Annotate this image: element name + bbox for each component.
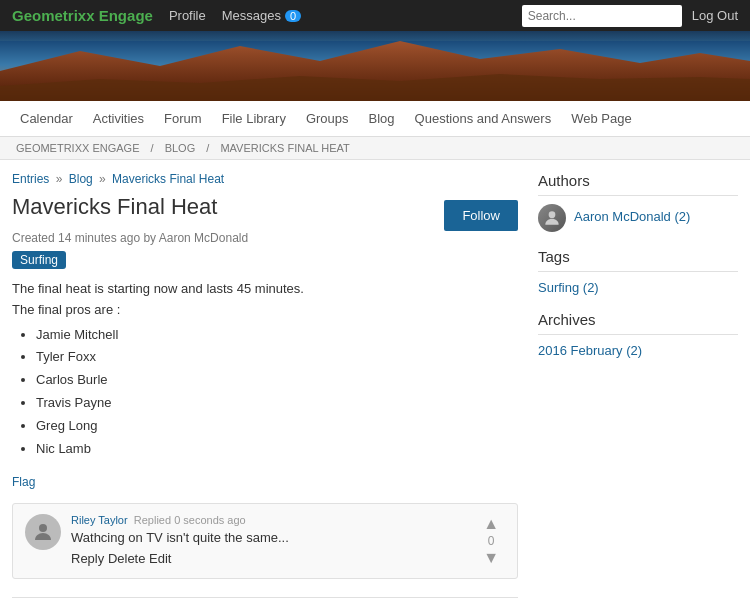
nav-blog[interactable]: Blog bbox=[359, 101, 405, 137]
sidebar: Authors Aaron McDonald (2) Tags Surfing … bbox=[538, 172, 738, 615]
logout-button[interactable]: Log Out bbox=[692, 8, 738, 23]
archives-section: Archives 2016 February (2) bbox=[538, 311, 738, 358]
list-item: Greg Long bbox=[36, 416, 518, 437]
flag-link[interactable]: Flag bbox=[12, 475, 35, 489]
top-nav: Geometrixx Engage Profile Messages 0 Log… bbox=[0, 0, 750, 31]
comment-meta: Riley Taylor Replied 0 seconds ago bbox=[71, 514, 467, 526]
archives-title: Archives bbox=[538, 311, 738, 335]
commenter-name[interactable]: Riley Taylor bbox=[71, 514, 128, 526]
comment-avatar bbox=[25, 514, 61, 550]
list-item: Jamie Mitchell bbox=[36, 325, 518, 346]
vote-count: 0 bbox=[488, 534, 495, 548]
follow-button[interactable]: Follow bbox=[444, 200, 518, 231]
bc-sep1: / bbox=[151, 142, 157, 154]
comment-body: Riley Taylor Replied 0 seconds ago Wathc… bbox=[71, 514, 467, 568]
brand-logo: Geometrixx Engage bbox=[12, 7, 153, 24]
list-item: Nic Lamb bbox=[36, 439, 518, 460]
article-body: The final heat is starting now and lasts… bbox=[12, 279, 518, 459]
breadcrumb-bar: GEOMETRIXX ENGAGE / BLOG / MAVERICKS FIN… bbox=[0, 137, 750, 160]
surfing-tag[interactable]: Surfing bbox=[12, 251, 66, 269]
downvote-button[interactable]: ▼ bbox=[483, 550, 499, 566]
profile-link[interactable]: Profile bbox=[169, 8, 206, 23]
authors-section: Authors Aaron McDonald (2) bbox=[538, 172, 738, 232]
nav-calendar[interactable]: Calendar bbox=[10, 101, 83, 137]
archive-link[interactable]: 2016 February (2) bbox=[538, 343, 738, 358]
list-item: Tyler Foxx bbox=[36, 347, 518, 368]
author-avatar bbox=[538, 204, 566, 232]
comment-time: Replied 0 seconds ago bbox=[134, 514, 246, 526]
comment-item: Riley Taylor Replied 0 seconds ago Wathc… bbox=[12, 503, 518, 579]
nav-groups[interactable]: Groups bbox=[296, 101, 359, 137]
bc-trail-article[interactable]: Mavericks Final Heat bbox=[112, 172, 224, 186]
messages-badge: 0 bbox=[285, 10, 301, 22]
article-content: Entries » Blog » Mavericks Final Heat Ma… bbox=[12, 172, 518, 615]
pros-list: Jamie Mitchell Tyler Foxx Carlos Burle T… bbox=[36, 325, 518, 460]
list-item: Travis Payne bbox=[36, 393, 518, 414]
edit-action[interactable]: Edit bbox=[149, 551, 171, 566]
reply-action[interactable]: Reply bbox=[71, 551, 104, 566]
tag-link[interactable]: Surfing (2) bbox=[538, 280, 738, 295]
comment-text: Wathcing on TV isn't quite the same... bbox=[71, 530, 467, 545]
nav-webpage[interactable]: Web Page bbox=[561, 101, 641, 137]
article-meta: Created 14 minutes ago by Aaron McDonald bbox=[12, 231, 518, 245]
upvote-button[interactable]: ▲ bbox=[483, 516, 499, 532]
messages-nav[interactable]: Messages 0 bbox=[222, 8, 301, 23]
comment-actions: Reply Delete Edit bbox=[71, 551, 467, 566]
bc-trail-entries[interactable]: Entries bbox=[12, 172, 49, 186]
list-item: Carlos Burle bbox=[36, 370, 518, 391]
bc-trail-blog[interactable]: Blog bbox=[69, 172, 93, 186]
body-line2: The final pros are : bbox=[12, 300, 518, 321]
author-row: Aaron McDonald (2) bbox=[538, 204, 738, 232]
hero-image bbox=[0, 31, 750, 101]
nav-forum[interactable]: Forum bbox=[154, 101, 212, 137]
author-link[interactable]: Aaron McDonald (2) bbox=[574, 209, 690, 224]
bc-home: GEOMETRIXX ENGAGE bbox=[16, 142, 139, 154]
tags-title: Tags bbox=[538, 248, 738, 272]
vote-controls: ▲ 0 ▼ bbox=[477, 514, 505, 568]
authors-title: Authors bbox=[538, 172, 738, 196]
nav-activities[interactable]: Activities bbox=[83, 101, 154, 137]
bc-article: MAVERICKS FINAL HEAT bbox=[220, 142, 349, 154]
article-title: Mavericks Final Heat bbox=[12, 194, 217, 220]
body-line1: The final heat is starting now and lasts… bbox=[12, 279, 518, 300]
post-comment-title: Post Comment bbox=[12, 597, 518, 615]
nav-file-library[interactable]: File Library bbox=[212, 101, 296, 137]
nav-qa[interactable]: Questions and Answers bbox=[405, 101, 562, 137]
breadcrumb-trail: Entries » Blog » Mavericks Final Heat bbox=[12, 172, 518, 186]
tags-section: Tags Surfing (2) bbox=[538, 248, 738, 295]
svg-point-3 bbox=[39, 524, 47, 532]
bc-sep2: / bbox=[206, 142, 212, 154]
bc-blog: BLOG bbox=[165, 142, 196, 154]
main-content: Entries » Blog » Mavericks Final Heat Ma… bbox=[0, 160, 750, 615]
search-input[interactable] bbox=[522, 5, 682, 27]
delete-action[interactable]: Delete bbox=[108, 551, 146, 566]
svg-point-5 bbox=[549, 211, 556, 218]
secondary-nav: Calendar Activities Forum File Library G… bbox=[0, 101, 750, 137]
